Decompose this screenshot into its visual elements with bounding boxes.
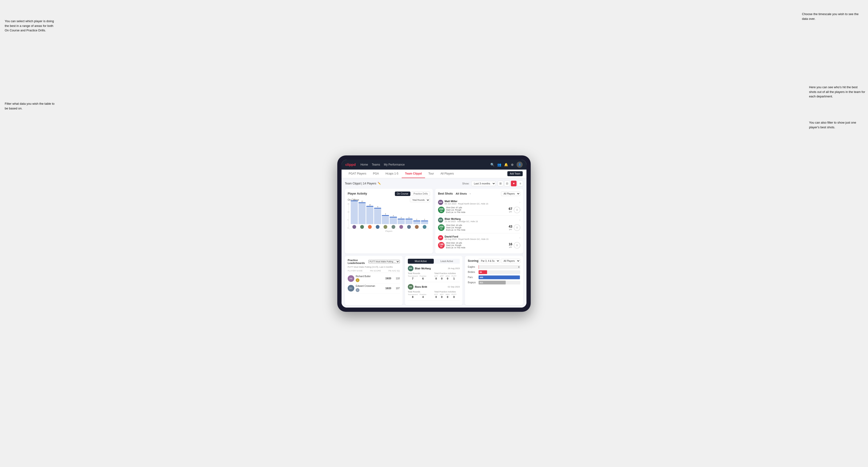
leaderboard-title: Practice Leaderboards <box>348 259 368 264</box>
active-practice-2: Total Practice Activities GTT 0 APP 0 <box>434 290 460 299</box>
shot-player-row-3: DF David Ford 24 Aug 2023 · Royal North … <box>438 235 520 240</box>
active-name-2: Rees Britt <box>415 285 427 288</box>
active-player-info-2: RB Rees Britt <box>408 284 427 290</box>
plus-circle-icon[interactable]: ⊕ <box>511 163 514 166</box>
shot-text-3: Shot Dist: 16 yds Start Lie: Rough End L… <box>446 242 507 249</box>
chevron-right-3[interactable]: › <box>519 236 520 239</box>
tablet-screen: clippd Home Teams My Performance 🔍 👥 🔔 ⊕… <box>342 160 526 308</box>
score-row-eagles: Eagles 3 <box>468 265 520 269</box>
active-rounds-1: Total Rounds Tournament 7 Practice 6 <box>408 272 433 280</box>
lb-score-2: 18/20 <box>383 287 391 290</box>
player-activity-header: Player Activity On Course Practice Drill… <box>348 191 430 196</box>
scoring-players-select[interactable]: All Players <box>501 259 520 263</box>
shot-entry-matt-miller: MM Matt Miller 09 Jun 2023 · Royal North… <box>438 198 520 216</box>
player-meta-2: 23 Jul 2023 · Ashridge GC, Hole 15 <box>445 220 478 223</box>
chevron-right-2[interactable]: › <box>519 218 520 222</box>
lb-name-1: Richard Butler <box>356 275 382 278</box>
tab-pga[interactable]: PGA <box>370 169 382 178</box>
tab-team-clippd[interactable]: Team Clippd <box>402 169 425 178</box>
player-avatar-matt: MM <box>438 200 443 205</box>
shot-stat-zero-2: 0 <box>514 224 520 231</box>
app-val-1: 0 <box>440 277 444 280</box>
avatar[interactable]: 👤 <box>517 161 523 168</box>
player-meta-3: 24 Aug 2023 · Royal North Devon GC, Hole… <box>445 238 489 240</box>
active-avatar-1: BM <box>408 266 413 271</box>
active-avatar-2: RB <box>408 284 413 290</box>
players-filter-select[interactable]: All Players <box>501 191 520 196</box>
grid-view-btn[interactable]: ⊞ <box>498 181 503 186</box>
total-rounds-select[interactable]: Total Rounds <box>410 198 430 202</box>
edit-icon[interactable]: ✏️ <box>378 182 381 185</box>
sub-nav: PGAT Players PGA Hcaps 1-5 Team Clippd T… <box>342 169 526 178</box>
shot-details-2: 200 SG Shot Dist: 43 yds Start Lie: Roug… <box>438 224 520 231</box>
least-active-tab[interactable]: Least Active <box>434 259 460 264</box>
top-two-col: Player Activity On Course Practice Drill… <box>345 189 523 253</box>
shot-details-3: 198 SG Shot Dist: 16 yds Start Lie: Roug… <box>438 242 520 249</box>
scoring-card: Scoring Par 3, 4 & 5s All Players <box>465 256 523 305</box>
scoring-title: Scoring <box>468 259 478 262</box>
detail-view-btn[interactable]: ≡ <box>518 181 523 186</box>
tab-hcaps[interactable]: Hcaps 1-5 <box>382 169 402 178</box>
drill-select[interactable]: PUTT Must Make Putting ... <box>368 260 400 263</box>
active-player-2: RB Rees Britt 02 Sep 2023 Total Rounds T… <box>408 284 460 301</box>
active-date-2: 02 Sep 2023 <box>448 286 460 288</box>
shot-text-1: Shot Dist: 67 yds Start Lie: Rough End L… <box>446 206 507 214</box>
lb-score-1: 19/20 <box>383 277 391 280</box>
nav-home[interactable]: Home <box>361 163 368 166</box>
active-name-1: Blair McHarg <box>415 267 431 270</box>
heart-view-btn[interactable]: ♥ <box>511 181 517 186</box>
list-view-btn[interactable]: ⊟ <box>504 181 510 186</box>
on-course-btn[interactable]: On Course <box>395 191 410 196</box>
player-name-3: David Ford <box>445 235 489 238</box>
chevron-right-1[interactable]: › <box>519 201 520 204</box>
all-shots-tab[interactable]: All Shots <box>454 192 468 195</box>
lb-avg-1: 110 <box>393 277 400 280</box>
lb-row-2: EC Edward Crossman 2 18/20 107 <box>348 283 400 293</box>
lb-subtitle: PUTT Must Make Putting (3-6 ft), Last 3 … <box>348 266 400 268</box>
annotation-mid-right: Here you can see who's hit the best shot… <box>809 85 866 99</box>
search-icon[interactable]: 🔍 <box>490 163 494 166</box>
players-label: Players <box>349 230 429 232</box>
score-row-bogeys: Bogeys 311 <box>468 281 520 284</box>
practice-drills-btn[interactable]: Practice Drills <box>411 191 430 196</box>
putt-val-2: 0 <box>452 295 456 299</box>
bell-icon[interactable]: 🔔 <box>504 163 508 166</box>
bar-e-ebert: 5 <box>382 213 389 229</box>
sg-badge-2: 200 SG <box>438 224 445 231</box>
best-shots-tabs: Best Shots All Shots ▾ <box>438 192 471 195</box>
timeframe-select[interactable]: Last 3 months <box>471 181 496 186</box>
tab-tour[interactable]: Tour <box>425 169 437 178</box>
gtt-val-1: 0 <box>434 277 438 280</box>
nav-teams[interactable]: Teams <box>372 163 380 166</box>
shot-stat-3: 16 yds <box>508 242 512 248</box>
most-active-tab[interactable]: Most Active <box>408 259 434 264</box>
player-details-1: Matt Miller 09 Jun 2023 · Royal North De… <box>445 200 488 205</box>
bar-d-ford: 10 <box>366 204 373 229</box>
lb-avg-2: 107 <box>393 287 400 290</box>
putt-val-1: 1 <box>452 277 456 280</box>
shot-stat-zero-3: 0 <box>514 242 520 249</box>
active-date-1: 26 Aug 2023 <box>448 267 460 270</box>
active-tabs: Most Active Least Active <box>408 259 460 264</box>
lb-row-1: RB Richard Butler 1 19/20 110 <box>348 274 400 284</box>
users-icon[interactable]: 👥 <box>497 163 501 166</box>
player-avatar-blair: BM <box>438 217 443 223</box>
lb-rank-2: 2 <box>356 288 360 292</box>
score-row-birdies: Birdies 96 <box>468 270 520 274</box>
shot-stat-zero-1: 0 <box>514 207 520 213</box>
team-header: Team Clippd | 14 Players ✏️ Show: Last 3… <box>345 181 523 186</box>
nav-performance[interactable]: My Performance <box>384 163 405 166</box>
bar-r-butler: 3 <box>398 217 405 229</box>
bar-g-billingham: 4 <box>390 215 397 229</box>
top-nav: clippd Home Teams My Performance 🔍 👥 🔔 ⊕… <box>342 160 526 169</box>
bar-m-miller: 3 <box>405 217 412 229</box>
shot-details-1: 200 SG Shot Dist: 67 yds Start Lie: Roug… <box>438 206 520 214</box>
active-player-top-2: RB Rees Britt 02 Sep 2023 <box>408 284 460 290</box>
tab-pgat-players[interactable]: PGAT Players <box>345 169 370 178</box>
scoring-filters: Par 3, 4 & 5s All Players <box>478 259 520 263</box>
view-icons: ⊞ ⊟ ♥ ≡ <box>498 181 523 186</box>
team-controls: Show: Last 3 months ⊞ ⊟ ♥ ≡ <box>462 181 523 186</box>
tab-all-players[interactable]: All Players <box>437 169 457 178</box>
par-filter-select[interactable]: Par 3, 4 & 5s <box>478 259 500 263</box>
add-team-button[interactable]: Add Team <box>507 171 523 176</box>
